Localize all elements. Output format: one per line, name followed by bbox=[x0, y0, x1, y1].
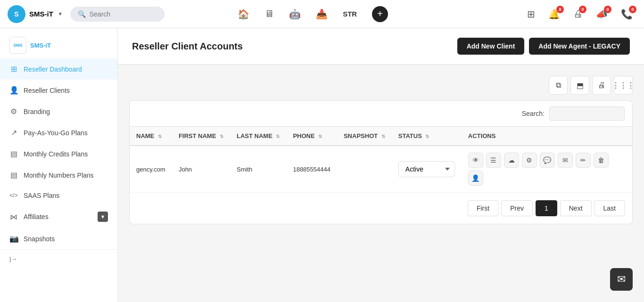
nav-center-icons: 🏠 🖥 🤖 📥 STR + bbox=[238, 6, 388, 22]
inbox-icon[interactable]: 📥 bbox=[316, 8, 328, 20]
status-select[interactable]: Active Inactive bbox=[398, 161, 455, 177]
logo-area[interactable]: S SMS-iT ▼ bbox=[8, 5, 63, 23]
grid-icon[interactable]: ⊞ bbox=[527, 8, 535, 20]
col-snapshot[interactable]: SNAPSHOT ⇅ bbox=[337, 127, 392, 146]
sidebar-item-label: Branding bbox=[24, 108, 50, 115]
plus-button[interactable]: + bbox=[372, 6, 388, 22]
search-bar[interactable]: 🔍 bbox=[70, 7, 165, 22]
chat-float-button[interactable]: ✉ bbox=[610, 268, 633, 291]
snapshots-icon: 📷 bbox=[9, 234, 18, 243]
sidebar-item-reseller-clients[interactable]: 👤 Reseller Clients bbox=[0, 80, 117, 101]
sidebar-item-snapshots[interactable]: 📷 Snapshots bbox=[0, 228, 117, 249]
sidebar-item-label: Monthly Credits Plans bbox=[24, 150, 88, 158]
sidebar-logo-text: SMS-iT bbox=[30, 42, 51, 49]
printer-icon[interactable]: 🖨 0 bbox=[573, 8, 583, 19]
sidebar-logo: SMS SMS-iT bbox=[0, 28, 117, 58]
col-last-name[interactable]: LAST NAME ⇅ bbox=[230, 127, 286, 146]
home-icon[interactable]: 🏠 bbox=[238, 8, 249, 20]
current-page-button[interactable]: 1 bbox=[536, 200, 557, 216]
view-button[interactable]: 👁 bbox=[468, 153, 483, 168]
branding-icon: ⚙ bbox=[9, 107, 18, 116]
pagination: First Prev 1 Next Last bbox=[130, 193, 632, 224]
paygo-icon: ↗ bbox=[9, 128, 18, 137]
chat-button[interactable]: 💬 bbox=[540, 153, 555, 168]
table-head: NAME ⇅ FIRST NAME ⇅ LAST NAME ⇅ PHONE ⇅ … bbox=[130, 127, 632, 146]
search-label: Search: bbox=[522, 110, 545, 117]
col-status[interactable]: STATUS ⇅ bbox=[392, 127, 462, 146]
sidebar-item-label: Affiliates bbox=[24, 213, 49, 220]
sidebar: SMS SMS-iT ⊞ Reseller Dashboard 👤 Resell… bbox=[0, 28, 118, 302]
cell-name: gency.com bbox=[130, 146, 172, 193]
sidebar-item-affiliates[interactable]: ⋈ Affiliates ▼ bbox=[0, 205, 117, 228]
col-first-name[interactable]: FIRST NAME ⇅ bbox=[172, 127, 230, 146]
sidebar-item-branding[interactable]: ⚙ Branding bbox=[0, 101, 117, 122]
search-row: Search: bbox=[130, 101, 632, 127]
megaphone-icon[interactable]: 📣 0 bbox=[596, 8, 608, 20]
cell-actions: 👁 ☰ ☁ ⚙ 💬 ✉ ✏ 🗑 👤 bbox=[462, 146, 632, 193]
search-icon: 🔍 bbox=[78, 10, 86, 18]
layout: SMS SMS-iT ⊞ Reseller Dashboard 👤 Resell… bbox=[0, 28, 644, 302]
sidebar-item-label: Snapshots bbox=[24, 235, 55, 243]
last-button[interactable]: Last bbox=[594, 200, 625, 216]
cloud-button[interactable]: ☁ bbox=[504, 153, 519, 168]
table-row: gency.com John Smith 18885554444 Active … bbox=[130, 146, 632, 193]
logo-circle: S bbox=[8, 5, 25, 23]
main-content: Reseller Client Accounts Add New Client … bbox=[118, 28, 644, 302]
bell-icon[interactable]: 🔔 8 bbox=[548, 8, 560, 20]
email-button[interactable]: ✉ bbox=[558, 153, 573, 168]
add-agent-button[interactable]: Add New Agent - LEGACY bbox=[529, 38, 630, 55]
sidebar-item-label: Reseller Dashboard bbox=[24, 65, 82, 73]
sidebar-item-reseller-dashboard[interactable]: ⊞ Reseller Dashboard bbox=[0, 58, 117, 80]
phone-icon[interactable]: 📞 0 bbox=[621, 8, 633, 20]
sidebar-item-monthly-numbers[interactable]: ▤ Monthly Numbers Plans bbox=[0, 164, 117, 186]
table-body: gency.com John Smith 18885554444 Active … bbox=[130, 146, 632, 193]
sidebar-item-label: Monthly Numbers Plans bbox=[24, 171, 94, 179]
sidebar-collapse[interactable]: |→ bbox=[0, 249, 117, 268]
col-phone[interactable]: PHONE ⇅ bbox=[286, 127, 337, 146]
copy-button[interactable]: ⧉ bbox=[549, 76, 568, 95]
topnav: S SMS-iT ▼ 🔍 🏠 🖥 🤖 📥 STR + ⊞ 🔔 8 🖨 0 📣 0… bbox=[0, 0, 644, 28]
nav-icons: ⊞ 🔔 8 🖨 0 📣 0 📞 0 bbox=[527, 8, 633, 20]
logo-text: SMS-iT bbox=[29, 10, 53, 18]
user-button[interactable]: 👤 bbox=[468, 171, 483, 186]
bell-badge: 8 bbox=[556, 6, 564, 13]
str-label[interactable]: STR bbox=[343, 10, 357, 18]
settings-button[interactable]: ⚙ bbox=[522, 153, 537, 168]
sidebar-item-label: Pay-As-You-Go Plans bbox=[24, 129, 88, 137]
col-actions: ACTIONS bbox=[462, 127, 632, 146]
printer-badge: 0 bbox=[579, 6, 586, 13]
cell-last-name: Smith bbox=[230, 146, 286, 193]
table-container: Search: NAME ⇅ FIRST NAME ⇅ LAST NAME ⇅ … bbox=[129, 100, 633, 224]
col-name[interactable]: NAME ⇅ bbox=[130, 127, 172, 146]
logo-caret: ▼ bbox=[58, 11, 63, 16]
columns-button[interactable]: ⋮⋮⋮ bbox=[614, 76, 633, 95]
add-client-button[interactable]: Add New Client bbox=[457, 38, 525, 55]
search-input[interactable] bbox=[90, 10, 156, 18]
prev-button[interactable]: Prev bbox=[501, 200, 533, 216]
sidebar-item-label: SAAS Plans bbox=[24, 192, 59, 199]
cell-status[interactable]: Active Inactive bbox=[392, 146, 462, 193]
saas-icon: </> bbox=[9, 192, 18, 199]
monitor-icon[interactable]: 🖥 bbox=[264, 8, 274, 19]
robot-icon[interactable]: 🤖 bbox=[289, 8, 301, 20]
action-icons: 👁 ☰ ☁ ⚙ 💬 ✉ ✏ 🗑 👤 bbox=[468, 153, 626, 186]
page-header: Reseller Client Accounts Add New Client … bbox=[118, 28, 644, 65]
cell-snapshot bbox=[337, 146, 392, 193]
print-button[interactable]: 🖨 bbox=[592, 76, 611, 95]
affiliates-badge: ▼ bbox=[98, 212, 108, 222]
collapse-icon: |→ bbox=[9, 255, 17, 262]
sidebar-item-pay-as-you-go[interactable]: ↗ Pay-As-You-Go Plans bbox=[0, 122, 117, 143]
header-buttons: Add New Client Add New Agent - LEGACY bbox=[457, 38, 630, 55]
numbers-icon: ▤ bbox=[9, 171, 18, 180]
table-search-input[interactable] bbox=[549, 106, 625, 121]
next-button[interactable]: Next bbox=[560, 200, 592, 216]
bars-button[interactable]: ☰ bbox=[486, 153, 501, 168]
first-button[interactable]: First bbox=[468, 200, 498, 216]
cell-phone: 18885554444 bbox=[286, 146, 337, 193]
edit-button[interactable]: ✏ bbox=[576, 153, 591, 168]
sidebar-item-saas-plans[interactable]: </> SAAS Plans bbox=[0, 186, 117, 205]
sidebar-item-monthly-credits[interactable]: ▤ Monthly Credits Plans bbox=[0, 143, 117, 164]
delete-button[interactable]: 🗑 bbox=[594, 153, 609, 168]
sidebar-logo-img: SMS bbox=[9, 37, 26, 54]
export-button[interactable]: ⬒ bbox=[570, 76, 589, 95]
